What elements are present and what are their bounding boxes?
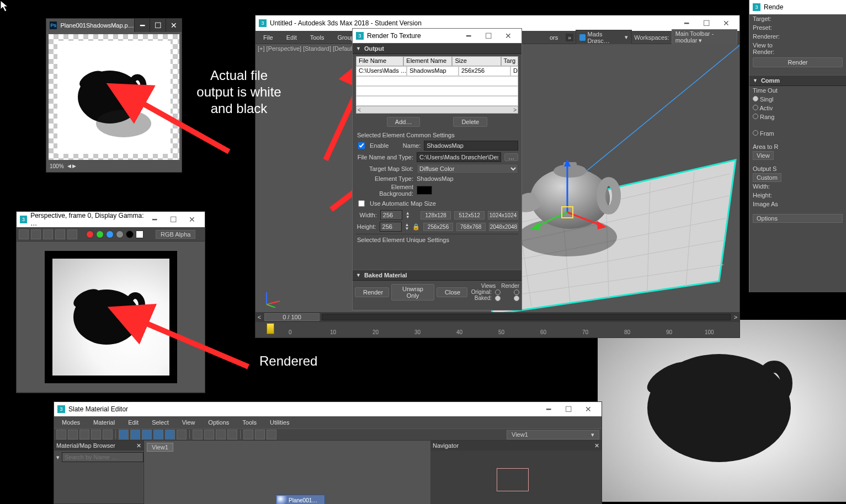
menu-options[interactable]: Options xyxy=(203,418,235,427)
spinner-icon[interactable]: ▲▼ xyxy=(405,223,409,230)
minimize-button[interactable]: ━ xyxy=(145,212,164,227)
magic-wand-icon[interactable] xyxy=(267,430,276,439)
baked-rollout[interactable]: Baked Material xyxy=(353,270,522,281)
menu-tools2[interactable]: Tools xyxy=(237,418,262,427)
name-input[interactable] xyxy=(424,141,518,151)
save-icon[interactable] xyxy=(19,229,29,239)
navigator-rect[interactable] xyxy=(497,468,529,491)
options-group[interactable]: Options xyxy=(753,214,843,223)
zoom-icon[interactable] xyxy=(227,430,237,439)
width-input[interactable] xyxy=(380,210,402,220)
maximize-button[interactable]: ☐ xyxy=(478,28,498,44)
close-button[interactable]: ✕ xyxy=(183,212,201,227)
spinner-icon[interactable]: ▲▼ xyxy=(406,211,410,219)
file-browse-button[interactable]: … xyxy=(504,153,518,161)
user-badge[interactable]: Mads Drøsc… ▾ xyxy=(576,30,632,45)
mono-channel-icon[interactable] xyxy=(126,230,134,238)
menu-material[interactable]: Material xyxy=(88,418,120,427)
baked-views-radio[interactable] xyxy=(495,296,501,301)
menu-chevrons-icon[interactable]: » xyxy=(566,34,573,41)
menu-view[interactable]: View xyxy=(177,418,201,427)
delete-icon[interactable] xyxy=(91,430,101,439)
panel-close-icon[interactable]: ✕ xyxy=(594,442,599,449)
layout-children-icon[interactable] xyxy=(130,430,140,439)
workspace-selector[interactable]: Main Toolbar - modular ▾ xyxy=(672,29,737,45)
zoom-region-icon[interactable] xyxy=(204,430,214,439)
view-tab[interactable]: View1 xyxy=(147,443,173,452)
framebuffer-titlebar[interactable]: 3 Perspective, frame 0, Display Gamma: …… xyxy=(17,212,205,227)
timeline-start-icon[interactable]: < xyxy=(256,314,263,320)
height-input[interactable] xyxy=(380,222,402,232)
size-768[interactable]: 768x768 xyxy=(456,223,486,231)
material-node[interactable]: Plane001… xyxy=(275,495,325,504)
swatch-icon[interactable] xyxy=(136,230,143,238)
size-256[interactable]: 256x256 xyxy=(423,223,453,231)
orig-render-radio[interactable] xyxy=(514,289,519,295)
view-selector[interactable]: View1▾ xyxy=(507,430,599,439)
common-rollout[interactable]: Comm xyxy=(749,75,846,86)
size-2048[interactable]: 2048x2048 xyxy=(489,223,518,231)
timeline[interactable]: < 0 / 100 > 0 10 20 30 40 50 60 70 80 90… xyxy=(256,312,739,337)
pan-icon[interactable] xyxy=(216,430,226,439)
copy-icon[interactable] xyxy=(31,229,41,239)
panel-close-icon[interactable]: ✕ xyxy=(136,442,141,449)
delete-button[interactable]: Delete xyxy=(453,117,487,127)
size-1024[interactable]: 1024x1024 xyxy=(488,211,518,219)
photoshop-titlebar[interactable]: Ps Plane001ShadowsMap.p… ━ ☐ ✕ xyxy=(46,19,182,32)
range-radio[interactable] xyxy=(753,114,758,119)
col-element[interactable]: Element Name xyxy=(403,56,452,66)
col-filename[interactable]: File Name xyxy=(356,56,403,66)
show-map-icon[interactable] xyxy=(153,430,163,439)
rtt-titlebar[interactable]: 3 Render To Texture ━ ☐ ✕ xyxy=(353,29,522,43)
frames-radio[interactable] xyxy=(753,130,758,136)
menu-utilities[interactable]: Utilities xyxy=(264,418,295,427)
move-children-icon[interactable] xyxy=(103,430,113,439)
close-button[interactable]: Close xyxy=(437,287,467,297)
maximize-button[interactable]: ☐ xyxy=(164,212,183,227)
assign-icon[interactable] xyxy=(79,430,89,439)
area-select[interactable]: View xyxy=(753,151,774,160)
menu-tools[interactable]: Tools xyxy=(305,33,330,42)
menu-edit[interactable]: Edit xyxy=(281,33,302,42)
slate-view[interactable]: View1 Plane001… xyxy=(144,441,430,504)
auto-size-checkbox[interactable] xyxy=(358,200,365,207)
menu-edit[interactable]: Edit xyxy=(123,418,144,427)
bg-color-swatch[interactable] xyxy=(417,186,432,195)
slate-titlebar[interactable]: 3 Slate Material Editor ━ ☐ ✕ xyxy=(54,402,602,416)
select-tool-icon[interactable] xyxy=(56,430,66,439)
clear-icon[interactable] xyxy=(67,229,77,239)
navigator-panel[interactable]: Navigator ✕ xyxy=(430,441,602,504)
clone-icon[interactable] xyxy=(43,229,53,239)
close-button[interactable]: ✕ xyxy=(498,28,518,44)
add-button[interactable]: Add… xyxy=(387,117,421,127)
time-ruler[interactable]: 0 10 20 30 40 50 60 70 80 90 100 xyxy=(256,322,739,336)
print-icon[interactable] xyxy=(55,229,65,239)
render-button[interactable]: Render xyxy=(355,287,389,297)
timeline-end-icon[interactable]: > xyxy=(732,314,739,320)
preview-icon[interactable] xyxy=(177,430,187,439)
output-preset-select[interactable]: Custom xyxy=(753,173,781,182)
lock-icon[interactable]: 🔒 xyxy=(412,223,420,230)
menu-overflow[interactable]: ors xyxy=(544,33,563,42)
minimize-button[interactable]: ━ xyxy=(677,15,696,31)
baked-render-radio[interactable] xyxy=(514,296,519,301)
close-button[interactable]: ✕ xyxy=(578,401,598,417)
menu-select[interactable]: Select xyxy=(146,418,174,427)
time-slider[interactable] xyxy=(322,314,731,320)
search-input[interactable] xyxy=(62,452,143,462)
maximize-button[interactable]: ☐ xyxy=(558,401,578,417)
orig-views-radio[interactable] xyxy=(495,289,501,295)
minimize-button[interactable]: ━ xyxy=(539,401,558,417)
rs-render-button[interactable]: Render xyxy=(753,57,843,67)
col-size[interactable]: Size xyxy=(452,56,501,66)
blue-channel-icon[interactable] xyxy=(106,230,114,238)
green-channel-icon[interactable] xyxy=(96,230,104,238)
enable-checkbox[interactable] xyxy=(358,142,365,149)
unwrap-button[interactable]: Unwrap Only xyxy=(391,284,434,301)
red-channel-icon[interactable] xyxy=(86,230,94,238)
show-end-result-icon[interactable] xyxy=(142,430,152,439)
target-slot-select[interactable]: Diffuse Color xyxy=(417,164,518,174)
menu-file[interactable]: File xyxy=(258,33,279,42)
size-512[interactable]: 512x512 xyxy=(454,211,485,219)
active-radio[interactable] xyxy=(753,105,758,110)
